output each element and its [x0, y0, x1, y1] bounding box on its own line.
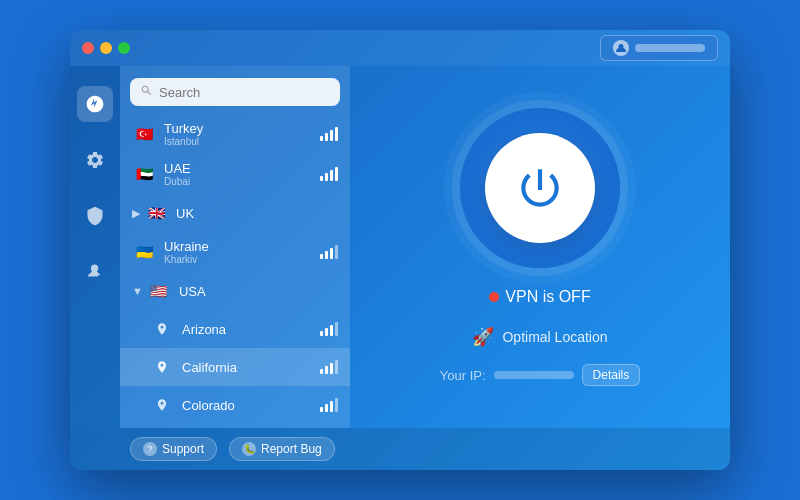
report-label: Report Bug	[261, 442, 322, 456]
ip-row: Your IP: Details	[440, 364, 640, 386]
app-window: 🇹🇷 Turkey Istanbul 🇦🇪	[70, 30, 730, 470]
server-name: Colorado	[182, 398, 314, 413]
chevron-right-icon: ▶	[132, 207, 140, 220]
flag-uae: 🇦🇪	[132, 162, 156, 186]
server-city: Istanbul	[164, 136, 314, 147]
support-label: Support	[162, 442, 204, 456]
sidebar-item-speed[interactable]	[77, 86, 113, 122]
list-item[interactable]: Colorado	[120, 386, 350, 424]
server-info-colorado: Colorado	[182, 398, 314, 413]
sidebar-item-settings[interactable]	[77, 142, 113, 178]
bar	[330, 325, 333, 336]
server-name: USA	[179, 284, 338, 299]
server-name: Ukraine	[164, 239, 314, 254]
flag-turkey: 🇹🇷	[132, 122, 156, 146]
server-name: Arizona	[182, 322, 314, 337]
server-info-uk: UK	[176, 206, 338, 221]
bar	[335, 322, 338, 336]
server-name: California	[182, 360, 314, 375]
bar	[320, 331, 323, 336]
details-button[interactable]: Details	[582, 364, 641, 386]
flag-ukraine: 🇺🇦	[132, 240, 156, 264]
server-name: Turkey	[164, 121, 314, 136]
optimal-location: 🚀 Optimal Location	[472, 326, 607, 348]
list-item[interactable]: ▼ 🇺🇸 USA	[120, 272, 350, 310]
server-info-ukraine: Ukraine Kharkiv	[164, 239, 314, 265]
bottom-bar: ? Support 🐛 Report Bug	[70, 428, 730, 470]
vpn-status: VPN is OFF	[489, 288, 590, 306]
sidebar-icons	[70, 66, 120, 428]
close-button[interactable]	[82, 42, 94, 54]
power-ring-outer	[460, 108, 620, 268]
bar	[320, 369, 323, 374]
server-info-turkey: Turkey Istanbul	[164, 121, 314, 147]
ip-value-masked	[494, 371, 574, 379]
status-dot	[489, 292, 499, 302]
signal-bars	[320, 322, 338, 336]
bug-icon: 🐛	[242, 442, 256, 456]
support-button[interactable]: ? Support	[130, 437, 217, 461]
bar	[330, 170, 333, 181]
title-bar	[70, 30, 730, 66]
list-item[interactable]: 🇦🇪 UAE Dubai	[120, 154, 350, 194]
list-item[interactable]: ▶ 🇬🇧 UK	[120, 194, 350, 232]
search-bar[interactable]	[130, 78, 340, 106]
user-badge[interactable]	[600, 35, 718, 61]
vpn-status-text: VPN is OFF	[505, 288, 590, 306]
bar	[325, 173, 328, 181]
signal-bars	[320, 360, 338, 374]
bar	[330, 363, 333, 374]
server-info-usa: USA	[179, 284, 338, 299]
sidebar-item-security[interactable]	[77, 198, 113, 234]
server-info-arizona: Arizona	[182, 322, 314, 337]
bar	[330, 401, 333, 412]
title-bar-right	[600, 35, 718, 61]
bar	[335, 167, 338, 181]
ip-label: Your IP:	[440, 368, 486, 383]
bar	[335, 360, 338, 374]
bar	[320, 407, 323, 412]
location-pin-icon	[150, 317, 174, 341]
server-info-uae: UAE Dubai	[164, 161, 314, 187]
flag-uk: 🇬🇧	[144, 201, 168, 225]
traffic-lights	[82, 42, 130, 54]
server-list-panel: 🇹🇷 Turkey Istanbul 🇦🇪	[120, 66, 350, 428]
chevron-down-icon: ▼	[132, 285, 143, 297]
signal-bars	[320, 127, 338, 141]
list-item[interactable]: 🇺🇦 Ukraine Kharkiv	[120, 232, 350, 272]
search-input[interactable]	[159, 85, 330, 100]
signal-bars	[320, 167, 338, 181]
report-bug-button[interactable]: 🐛 Report Bug	[229, 437, 335, 461]
bar	[325, 328, 328, 336]
server-info-california: California	[182, 360, 314, 375]
server-city: Kharkiv	[164, 254, 314, 265]
sidebar-item-adblock[interactable]	[77, 254, 113, 290]
bar	[320, 136, 323, 141]
bar	[325, 133, 328, 141]
optimal-location-text: Optimal Location	[502, 329, 607, 345]
server-name: UK	[176, 206, 338, 221]
bar	[320, 176, 323, 181]
location-pin-icon	[150, 355, 174, 379]
bar	[330, 130, 333, 141]
list-item[interactable]: 🇹🇷 Turkey Istanbul	[120, 114, 350, 154]
server-city: Dubai	[164, 176, 314, 187]
server-name: UAE	[164, 161, 314, 176]
bar	[330, 248, 333, 259]
bar	[325, 404, 328, 412]
support-icon: ?	[143, 442, 157, 456]
rocket-icon: 🚀	[472, 326, 494, 348]
list-item[interactable]: Arizona	[120, 310, 350, 348]
minimize-button[interactable]	[100, 42, 112, 54]
power-button[interactable]	[485, 133, 595, 243]
main-content: 🇹🇷 Turkey Istanbul 🇦🇪	[70, 66, 730, 428]
signal-bars	[320, 398, 338, 412]
bar	[335, 245, 338, 259]
bar	[335, 398, 338, 412]
maximize-button[interactable]	[118, 42, 130, 54]
bar	[320, 254, 323, 259]
list-item[interactable]: California	[120, 348, 350, 386]
bar	[325, 366, 328, 374]
power-icon	[515, 163, 565, 213]
right-panel: VPN is OFF 🚀 Optimal Location Your IP: D…	[350, 66, 730, 428]
